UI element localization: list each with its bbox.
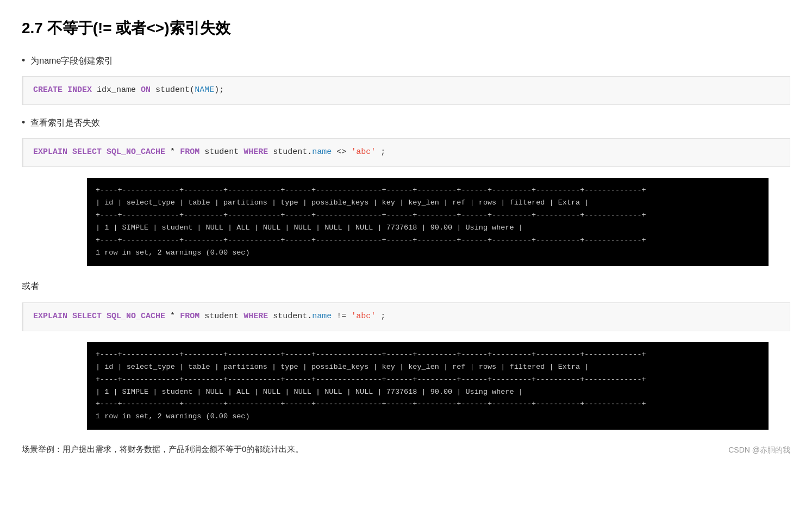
terminal-footer-2: 1 row in set, 2 warnings (0.00 sec) [96, 411, 760, 423]
terminal-separator-mid-2: +----+-------------+---------+----------… [96, 374, 760, 386]
footer-row: 场景举例：用户提出需求，将财务数据，产品利润金额不等于0的都统计出来。 CSDN… [22, 443, 790, 456]
terminal-separator-bot-2: +----+-------------+---------+----------… [96, 398, 760, 411]
terminal-data-row-2: | 1 | SIMPLE | student | NULL | ALL | NU… [96, 386, 760, 399]
code-block-explain-1: EXPLAIN SELECT SQL_NO_CACHE * FROM stude… [22, 138, 790, 167]
keyword-select-1: SELECT [72, 147, 102, 157]
keyword-sql-no-cache-2: SQL_NO_CACHE [107, 312, 165, 321]
keyword-on: ON [141, 85, 151, 95]
string-value-2: 'abc' [351, 312, 376, 321]
keyword-where-1: WHERE [243, 147, 268, 157]
terminal-output-1: +----+-------------+---------+----------… [87, 178, 769, 266]
bullet-point-1: 为name字段创建索引 [22, 54, 790, 68]
keyword-explain-2: EXPLAIN [33, 312, 67, 321]
keyword-select-2: SELECT [72, 312, 102, 321]
footer-brand: CSDN @赤胴的我 [728, 444, 790, 456]
field-ref-1: name [312, 147, 332, 157]
keyword-from-2: FROM [180, 312, 199, 321]
keyword-where-2: WHERE [243, 312, 268, 321]
bullet-point-2: 查看索引是否失效 [22, 116, 790, 130]
keyword-sql-no-cache-1: SQL_NO_CACHE [107, 147, 165, 157]
terminal-separator-mid-1: +----+-------------+---------+----------… [96, 209, 760, 222]
keyword-from-1: FROM [180, 147, 199, 157]
terminal-data-row-1: | 1 | SIMPLE | student | NULL | ALL | NU… [96, 222, 760, 234]
code-block-explain-2: EXPLAIN SELECT SQL_NO_CACHE * FROM stude… [22, 302, 790, 331]
or-text: 或者 [22, 279, 790, 293]
keyword-create: CREATE [33, 85, 63, 95]
footer-description: 场景举例：用户提出需求，将财务数据，产品利润金额不等于0的都统计出来。 [22, 443, 303, 456]
terminal-header-1: | id | select_type | table | partitions … [96, 197, 760, 209]
keyword-explain-1: EXPLAIN [33, 147, 67, 157]
field-ref-2: name [312, 312, 332, 321]
bullet-text-1: 为name字段创建索引 [30, 54, 113, 68]
code-block-create-index: CREATE INDEX idx_name ON student(NAME); [22, 76, 790, 105]
terminal-footer-1: 1 row in set, 2 warnings (0.00 sec) [96, 247, 760, 259]
field-name: NAME [195, 85, 214, 95]
keyword-index: INDEX [67, 85, 92, 95]
string-value-1: 'abc' [351, 147, 376, 157]
terminal-separator-top-2: +----+-------------+---------+----------… [96, 349, 760, 361]
terminal-separator-bot-1: +----+-------------+---------+----------… [96, 234, 760, 247]
bullet-text-2: 查看索引是否失效 [30, 116, 100, 130]
terminal-separator-top-1: +----+-------------+---------+----------… [96, 184, 760, 197]
terminal-output-2: +----+-------------+---------+----------… [87, 342, 769, 430]
page-title: 2.7 不等于(!= 或者<>)索引失效 [22, 16, 790, 41]
terminal-header-2: | id | select_type | table | partitions … [96, 361, 760, 374]
